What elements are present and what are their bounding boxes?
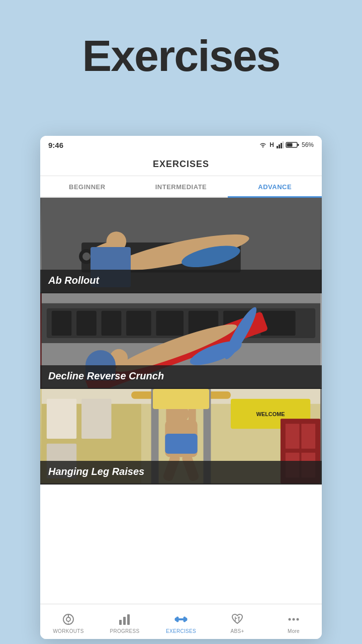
nav-label-abs-plus: ABS+ (230, 628, 244, 634)
svg-text:WELCOME: WELCOME (256, 411, 285, 417)
status-icons: H 56% (259, 141, 314, 148)
exercise-list: Ab Rollout (40, 198, 322, 595)
svg-point-43 (171, 405, 189, 423)
tabs-container: BEGINNER INTERMEDIATE ADVANCE (40, 176, 322, 198)
svg-rect-44 (47, 399, 76, 439)
exercise-label-ab-rollout: Ab Rollout (48, 275, 99, 286)
nav-item-exercises[interactable]: EXERCISES (153, 609, 209, 634)
bottom-nav: WORKOUTS PROGRESS (40, 604, 322, 639)
nav-item-more[interactable]: More (265, 609, 322, 634)
svg-rect-5 (297, 144, 299, 146)
nav-label-progress: PROGRESS (110, 628, 139, 634)
svg-point-14 (82, 253, 90, 261)
battery-icon (286, 141, 299, 148)
status-time: 9:46 (48, 141, 63, 149)
svg-rect-45 (81, 399, 111, 439)
phone-frame: 9:46 H 56% (40, 136, 322, 639)
tab-beginner[interactable]: BEGINNER (40, 176, 134, 197)
exercise-label-hanging-leg-raises: Hanging Leg Raises (48, 466, 144, 477)
network-indicator: H (269, 141, 274, 148)
svg-point-72 (293, 618, 295, 621)
svg-rect-40 (165, 434, 197, 454)
tab-advance[interactable]: ADVANCE (228, 176, 322, 197)
svg-rect-64 (176, 617, 178, 622)
nav-label-exercises: EXERCISES (166, 628, 196, 634)
svg-rect-59 (119, 620, 122, 625)
svg-rect-50 (286, 424, 300, 448)
tab-intermediate[interactable]: INTERMEDIATE (134, 176, 228, 197)
svg-rect-60 (123, 617, 126, 625)
workouts-icon (61, 612, 75, 626)
svg-rect-34 (131, 391, 231, 399)
svg-rect-38 (189, 398, 196, 423)
nav-label-more: More (288, 628, 300, 634)
svg-rect-2 (281, 143, 282, 148)
svg-rect-18 (52, 311, 72, 336)
svg-rect-3 (283, 141, 284, 148)
signal-icon (277, 141, 284, 148)
nav-item-progress[interactable]: PROGRESS (97, 609, 153, 634)
svg-rect-6 (287, 143, 292, 147)
exercise-label-bar-ab-rollout: Ab Rollout (40, 270, 322, 292)
app-header-title: EXERCISES (153, 159, 209, 169)
svg-rect-1 (279, 144, 280, 148)
exercise-label-decline-reverse-crunch: Decline Reverse Crunch (48, 370, 164, 381)
svg-point-29 (110, 349, 128, 367)
more-icon (287, 612, 301, 626)
nav-item-workouts[interactable]: WORKOUTS (40, 609, 97, 634)
svg-rect-19 (76, 311, 97, 336)
svg-rect-66 (178, 619, 184, 620)
wifi-icon (259, 141, 267, 148)
exercises-icon (174, 612, 188, 626)
svg-rect-20 (102, 311, 122, 336)
background-page-title: Exercises (0, 0, 362, 97)
nav-label-workouts: WORKOUTS (53, 628, 83, 634)
svg-rect-61 (127, 614, 130, 625)
exercise-item-decline-reverse-crunch[interactable]: Decline Reverse Crunch (40, 293, 322, 389)
svg-point-73 (297, 618, 299, 621)
exercise-label-bar-hanging-leg-raises: Hanging Leg Raises (40, 461, 322, 484)
nav-item-abs-plus[interactable]: ABS+ (209, 609, 265, 634)
exercise-label-bar-decline-reverse-crunch: Decline Reverse Crunch (40, 365, 322, 388)
svg-rect-22 (156, 311, 184, 336)
svg-rect-0 (277, 146, 278, 148)
app-header: EXERCISES (40, 154, 322, 176)
svg-rect-51 (301, 424, 315, 448)
svg-rect-65 (184, 617, 186, 622)
svg-rect-25 (260, 311, 295, 336)
progress-icon (118, 612, 132, 626)
exercise-item-hanging-leg-raises[interactable]: WELCOME Hanging Leg Raises (40, 389, 322, 485)
svg-point-71 (289, 618, 291, 621)
abs-plus-icon (230, 612, 244, 626)
status-bar: 9:46 H 56% (40, 136, 322, 154)
exercise-item-ab-rollout[interactable]: Ab Rollout (40, 198, 322, 293)
svg-rect-21 (126, 311, 151, 336)
battery-percent: 56% (302, 141, 314, 148)
